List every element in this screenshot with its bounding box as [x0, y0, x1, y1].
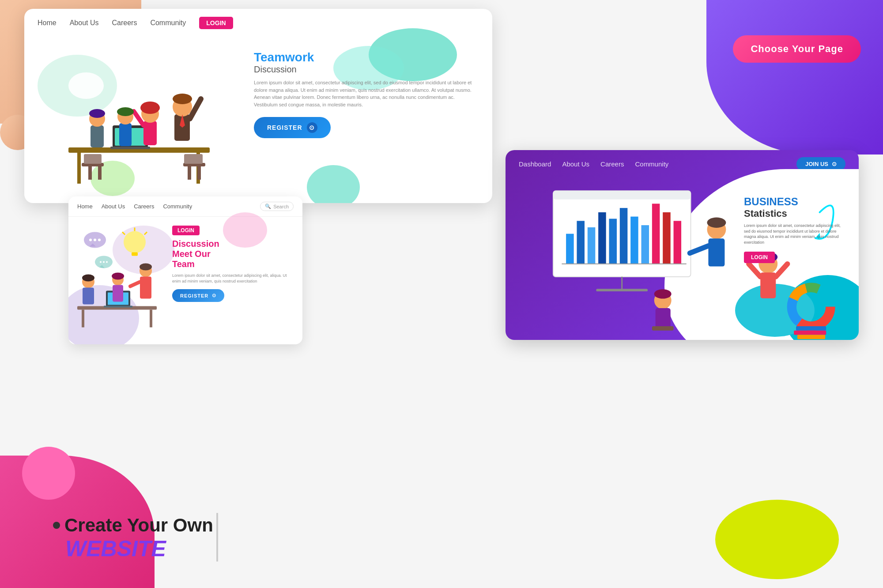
svg-point-32	[94, 239, 96, 241]
br-statistics-title: Statistics	[744, 208, 841, 219]
bl-card-content: LOGIN Discussion Meet Our Team Lorem ips…	[68, 217, 302, 343]
bl-nav-about[interactable]: About Us	[102, 203, 125, 210]
svg-point-17	[89, 109, 105, 118]
br-business-title: BUSINESS	[744, 196, 841, 208]
svg-rect-22	[88, 166, 92, 180]
svg-line-88	[776, 264, 787, 277]
bl-people-svg	[68, 217, 166, 343]
svg-rect-67	[598, 212, 606, 264]
teamwork-description: Lorem ipsum dolor sit amet, consectetur …	[254, 79, 475, 108]
svg-line-38	[144, 232, 147, 235]
svg-rect-24	[84, 154, 102, 164]
svg-point-43	[106, 261, 108, 263]
svg-rect-93	[796, 326, 826, 331]
bl-search-box[interactable]: 🔍 Search	[260, 202, 294, 211]
svg-rect-69	[620, 208, 628, 264]
svg-rect-61	[553, 191, 691, 199]
top-nav-home[interactable]: Home	[38, 19, 57, 27]
bl-team-title: Team	[172, 259, 296, 269]
svg-rect-63	[596, 289, 648, 291]
br-nav-about[interactable]: About Us	[562, 160, 589, 168]
top-card-people-svg	[24, 37, 236, 203]
svg-point-52	[82, 275, 94, 282]
svg-point-82	[654, 289, 672, 298]
bl-nav-home[interactable]: Home	[77, 203, 93, 210]
svg-line-37	[122, 232, 125, 235]
card-bottom-right-mockup: Dashboard About Us Careers Community JOI…	[506, 150, 859, 340]
svg-rect-71	[641, 225, 649, 264]
svg-rect-77	[708, 238, 725, 266]
svg-line-79	[690, 246, 709, 253]
svg-point-58	[140, 264, 152, 271]
bg-blob-topright	[706, 0, 883, 155]
bg-blob-yellow	[715, 500, 839, 579]
svg-point-13	[140, 102, 160, 114]
teamwork-title: Teamwork	[254, 50, 475, 64]
br-card-content: BUSINESS Statistics Lorem ipsum dolor si…	[506, 178, 859, 340]
create-your-own-text: Create Your Own	[64, 515, 213, 536]
br-card-text-area: BUSINESS Statistics Lorem ipsum dolor si…	[744, 196, 841, 263]
bullet-dot	[53, 522, 60, 529]
website-text: WEBSITE	[65, 536, 213, 562]
svg-rect-73	[663, 212, 671, 264]
svg-rect-35	[132, 253, 138, 256]
top-card-text-area: Teamwork Discussion Lorem ipsum dolor si…	[236, 37, 492, 203]
svg-point-42	[103, 261, 105, 263]
svg-rect-18	[119, 123, 132, 146]
top-nav-login-button[interactable]: LOGIN	[199, 17, 233, 29]
svg-rect-68	[609, 219, 617, 264]
top-nav-community[interactable]: Community	[150, 19, 186, 27]
svg-point-55	[112, 273, 124, 280]
svg-point-78	[707, 218, 726, 228]
bl-card-illustration	[68, 217, 166, 343]
top-nav-careers[interactable]: Careers	[112, 19, 137, 27]
svg-point-9	[173, 94, 192, 104]
svg-point-31	[89, 239, 92, 241]
bg-blob-pink-mid	[22, 447, 75, 500]
svg-rect-1	[77, 153, 81, 184]
svg-rect-65	[577, 221, 585, 264]
svg-rect-23	[98, 166, 102, 180]
svg-rect-70	[630, 217, 638, 264]
svg-rect-15	[91, 125, 104, 147]
br-nav-community[interactable]: Community	[635, 160, 668, 168]
svg-line-59	[130, 282, 140, 286]
svg-point-33	[98, 239, 101, 241]
register-label: REGISTER	[267, 124, 302, 131]
card-top-mockup: Home About Us Careers Community LOGIN	[24, 9, 492, 203]
svg-rect-4	[110, 147, 150, 149]
svg-point-41	[100, 261, 102, 263]
br-nav-dashboard[interactable]: Dashboard	[519, 160, 551, 168]
svg-line-87	[749, 264, 760, 277]
svg-point-20	[117, 107, 134, 116]
bl-description: Lorem ipsum dolor sit amet, consectetur …	[172, 273, 296, 284]
br-login-badge[interactable]: LOGIN	[744, 252, 775, 263]
svg-rect-94	[794, 331, 826, 335]
bl-nav-careers[interactable]: Careers	[134, 203, 154, 210]
svg-rect-72	[652, 204, 660, 264]
svg-rect-64	[566, 234, 574, 264]
bl-register-button[interactable]: REGISTER ⊙	[172, 289, 224, 302]
br-nav-careers[interactable]: Careers	[600, 160, 624, 168]
bl-nav-community[interactable]: Community	[163, 203, 192, 210]
svg-rect-28	[184, 154, 203, 164]
bl-register-label: REGISTER	[180, 293, 208, 298]
bottom-text-section: Create Your Own WEBSITE	[53, 515, 213, 562]
svg-rect-51	[83, 288, 94, 305]
choose-page-button[interactable]: Choose Your Page	[733, 35, 861, 63]
top-register-button[interactable]: REGISTER ⊙	[254, 117, 331, 138]
top-nav-about[interactable]: About Us	[70, 19, 99, 27]
register-arrow-icon: ⊙	[307, 122, 317, 133]
svg-rect-26	[188, 166, 191, 180]
svg-rect-54	[113, 285, 123, 302]
join-arrow-icon: ⊙	[832, 161, 837, 167]
bl-discussion-title: Discussion	[172, 239, 296, 249]
svg-point-34	[124, 231, 146, 253]
svg-rect-27	[197, 166, 201, 180]
teamwork-subtitle: Discussion	[254, 64, 475, 75]
bl-card-text-area: LOGIN Discussion Meet Our Team Lorem ips…	[166, 217, 302, 343]
top-card-content: Teamwork Discussion Lorem ipsum dolor si…	[24, 37, 492, 203]
bl-login-badge[interactable]: LOGIN	[172, 226, 200, 235]
top-card-illustration	[24, 37, 236, 203]
svg-rect-95	[797, 335, 825, 339]
